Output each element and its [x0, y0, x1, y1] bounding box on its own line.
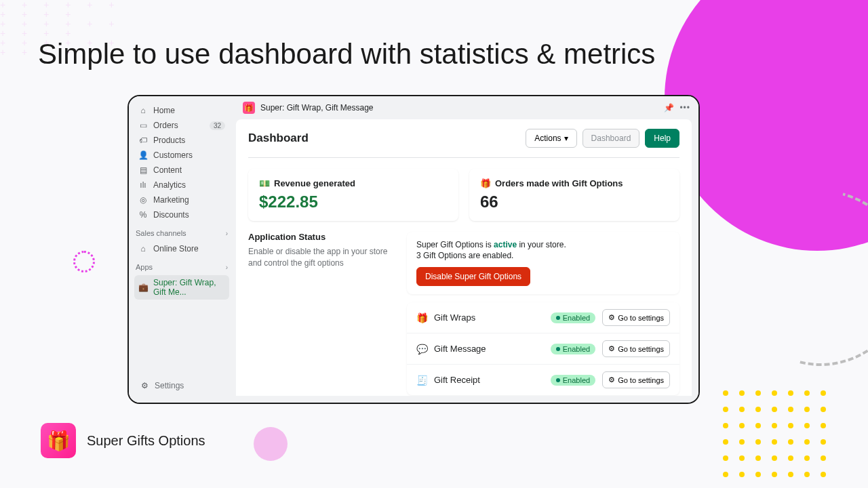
footer-brand: 🎁 Super Gifts Options	[41, 423, 205, 458]
stat-value: 66	[480, 192, 669, 211]
status-card: Super Gift Options is active in your sto…	[407, 232, 679, 294]
gear-icon: ⚙	[608, 375, 615, 384]
sidebar-label: Content	[153, 165, 182, 175]
app-icon: 🎁	[243, 102, 255, 114]
home-icon: ⌂	[138, 106, 148, 115]
sidebar-item-products[interactable]: 🏷 Products	[134, 133, 229, 148]
page-title: Dashboard	[248, 131, 309, 145]
store-icon: ⌂	[138, 244, 148, 253]
brand-name: Super Gifts Options	[87, 433, 205, 449]
option-row-gift-receipt: 🧾 Gift Receipt Enabled ⚙ Go to settings	[407, 365, 679, 395]
brand-logo: 🎁	[41, 423, 76, 458]
sidebar-item-settings[interactable]: ⚙ Settings	[136, 378, 228, 393]
status-heading: Application Status	[248, 232, 391, 242]
image-icon: ▤	[138, 165, 148, 175]
go-to-settings-button[interactable]: ⚙ Go to settings	[602, 340, 670, 357]
sidebar-item-orders[interactable]: ▭ Orders 32	[134, 118, 229, 133]
sidebar-item-online-store[interactable]: ⌂ Online Store	[134, 241, 229, 256]
content: Dashboard Actions ▾ Dashboard Help 💵 Rev…	[236, 119, 692, 396]
stat-value: $222.85	[259, 192, 448, 211]
dashboard-window: ⌂ Home ▭ Orders 32 🏷 Products 👤 Customer…	[127, 95, 700, 404]
orders-badge: 32	[210, 121, 225, 130]
sidebar-item-customers[interactable]: 👤 Customers	[134, 148, 229, 163]
sidebar-label: Online Store	[153, 244, 199, 253]
sidebar: ⌂ Home ▭ Orders 32 🏷 Products 👤 Customer…	[129, 96, 235, 403]
option-label: Gift Wraps	[434, 312, 475, 323]
option-label: Gift Receipt	[434, 375, 480, 385]
sidebar-label: Discounts	[153, 210, 189, 220]
sidebar-label: Orders	[153, 121, 178, 130]
help-button[interactable]: Help	[645, 129, 679, 148]
sidebar-heading-sales[interactable]: Sales channels ›	[129, 224, 235, 240]
percent-icon: %	[138, 210, 148, 220]
stats-row: 💵 Revenue generated $222.85 🎁 Orders mad…	[248, 169, 679, 221]
chevron-right-icon: ›	[226, 230, 228, 237]
message-icon: 💬	[416, 344, 427, 354]
gift-icon: 🎁	[480, 178, 491, 188]
orders-icon: ▭	[138, 121, 148, 130]
status-pill: Enabled	[551, 344, 595, 354]
stat-revenue: 💵 Revenue generated $222.85	[248, 169, 458, 221]
page-header: Dashboard Actions ▾ Dashboard Help	[248, 129, 679, 158]
chevron-right-icon: ›	[226, 264, 228, 271]
main-area: 🎁 Super: Gift Wrap, Gift Message 📌 ••• D…	[235, 96, 698, 403]
receipt-icon: 🧾	[416, 375, 427, 386]
option-list: 🎁 Gift Wraps Enabled ⚙ Go to settings 💬	[407, 302, 679, 395]
option-row-gift-wraps: 🎁 Gift Wraps Enabled ⚙ Go to settings	[407, 302, 679, 333]
sidebar-heading-apps[interactable]: Apps ›	[129, 258, 235, 274]
sidebar-label: Products	[153, 136, 185, 145]
tag-icon: 🏷	[138, 136, 148, 145]
sidebar-heading-label: Apps	[136, 263, 153, 271]
decor-dotted-circle	[73, 251, 95, 272]
status-pill: Enabled	[551, 375, 595, 386]
stat-label: Revenue generated	[274, 178, 355, 188]
sidebar-label: Marketing	[153, 195, 189, 205]
sidebar-label: Customers	[153, 150, 193, 160]
person-icon: 👤	[138, 150, 148, 160]
more-icon[interactable]: •••	[679, 103, 690, 113]
stat-label: Orders made with Gift Options	[495, 178, 623, 188]
app-bar: 🎁 Super: Gift Wrap, Gift Message 📌 •••	[235, 96, 698, 119]
sidebar-item-discounts[interactable]: % Discounts	[134, 207, 229, 222]
status-description: Enable or disable the app in your store …	[248, 246, 391, 269]
actions-button[interactable]: Actions ▾	[526, 129, 576, 148]
gift-icon: 🎁	[416, 312, 427, 323]
sidebar-heading-label: Sales channels	[136, 229, 186, 237]
status-section: Application Status Enable or disable the…	[248, 232, 679, 395]
sidebar-label: Analytics	[153, 180, 186, 190]
gear-icon: ⚙	[140, 381, 149, 390]
sidebar-item-analytics[interactable]: ılı Analytics	[134, 178, 229, 192]
sidebar-label: Home	[153, 106, 175, 115]
status-pill: Enabled	[551, 312, 595, 323]
chevron-down-icon: ▾	[564, 134, 568, 143]
headline: Simple to use dashboard with statistics …	[38, 38, 655, 70]
go-to-settings-button[interactable]: ⚙ Go to settings	[602, 309, 670, 326]
go-to-settings-button[interactable]: ⚙ Go to settings	[602, 371, 670, 388]
disable-app-button[interactable]: Disable Super Gift Options	[416, 267, 530, 286]
decor-yellow-dots	[723, 390, 827, 488]
sidebar-label: Settings	[155, 381, 184, 390]
decor-pink-circle	[254, 427, 288, 461]
briefcase-icon: 💼	[138, 283, 148, 292]
pin-icon[interactable]: 📌	[664, 103, 674, 113]
actions-label: Actions	[534, 134, 561, 143]
sidebar-item-home[interactable]: ⌂ Home	[134, 103, 229, 118]
sidebar-item-marketing[interactable]: ◎ Marketing	[134, 192, 229, 207]
option-label: Gift Message	[434, 344, 486, 354]
sidebar-item-app-super-gift[interactable]: 💼 Super: Gift Wrap, Gift Me...	[134, 275, 229, 300]
app-title: Super: Gift Wrap, Gift Message	[260, 103, 374, 113]
dashboard-button[interactable]: Dashboard	[583, 129, 640, 148]
bars-icon: ılı	[138, 180, 148, 190]
status-desc: Application Status Enable or disable the…	[248, 232, 391, 395]
money-icon: 💵	[259, 178, 270, 188]
gear-icon: ⚙	[608, 344, 615, 353]
sidebar-item-content[interactable]: ▤ Content	[134, 163, 229, 178]
stat-orders: 🎁 Orders made with Gift Options 66	[469, 169, 679, 221]
sidebar-label: Super: Gift Wrap, Gift Me...	[153, 278, 225, 297]
option-row-gift-message: 💬 Gift Message Enabled ⚙ Go to settings	[407, 333, 679, 365]
gear-icon: ⚙	[608, 313, 615, 322]
target-icon: ◎	[138, 195, 148, 205]
decor-plus-grid: + + + + + + + + + ++ + + + + + + + + ++ …	[0, 0, 122, 41]
